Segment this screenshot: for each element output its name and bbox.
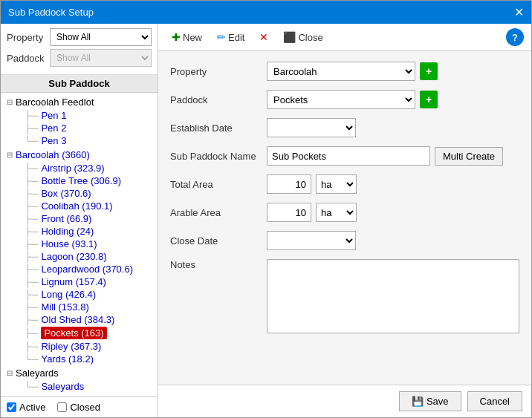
list-item[interactable]: ├─ Pen 1 bbox=[1, 109, 158, 122]
paddock-form-select[interactable]: Pockets bbox=[267, 90, 415, 109]
delete-button[interactable]: ✕ bbox=[253, 29, 274, 45]
tree-item-label: Ripley (367.3) bbox=[41, 341, 101, 352]
list-item[interactable]: ├─ House (93.1) bbox=[1, 238, 158, 250]
paddock-control-wrap: Pockets + bbox=[267, 90, 438, 109]
paddock-add-button[interactable]: + bbox=[420, 91, 438, 108]
list-item[interactable]: ├─ Lignum (157.4) bbox=[1, 275, 158, 288]
tree-group-feedlot-header[interactable]: ⊟ Barcoolah Feedlot bbox=[1, 94, 158, 109]
total-area-input[interactable] bbox=[267, 174, 311, 194]
saleyards-children: └─ Saleyards bbox=[1, 380, 158, 393]
list-item[interactable]: ├─ Pen 2 bbox=[1, 122, 158, 134]
paddock-add-icon: + bbox=[426, 94, 432, 105]
save-button[interactable]: 💾 Save bbox=[399, 391, 461, 411]
list-item[interactable]: ├─ Mill (153.8) bbox=[1, 301, 158, 313]
property-add-icon: + bbox=[426, 65, 432, 77]
tree-item-label: Pen 3 bbox=[41, 135, 66, 146]
footer: 💾 Save Cancel bbox=[158, 385, 531, 417]
tree-item-label: Bottle Tree (306.9) bbox=[41, 175, 121, 186]
cancel-button[interactable]: Cancel bbox=[467, 391, 522, 411]
tree-item-label: Box (370.6) bbox=[41, 188, 91, 199]
property-form-row: Property Barcoolah + bbox=[170, 62, 519, 81]
list-item-selected[interactable]: ├─ Pockets (163) bbox=[1, 326, 158, 340]
list-item[interactable]: ├─ Holding (24) bbox=[1, 225, 158, 238]
active-label: Active bbox=[19, 402, 45, 413]
arable-area-input[interactable] bbox=[267, 203, 311, 222]
tree-item-label: Holding (24) bbox=[41, 226, 94, 237]
sub-paddock-header: Sub Paddock bbox=[1, 75, 158, 93]
tree-group-barcoolah: ⊟ Barcoolah (3660) ├─ Airstrip (323.9) ├… bbox=[1, 147, 158, 365]
list-item[interactable]: ├─ Coolibah (190.1) bbox=[1, 200, 158, 212]
main-content: Property Show All Paddock Show All Sub P… bbox=[1, 24, 531, 417]
tree-item-label: Lignum (157.4) bbox=[41, 276, 106, 287]
toolbar: ✚ New ✏ Edit ✕ ⬛ Close ? bbox=[158, 24, 531, 51]
list-item[interactable]: └─ Pen 3 bbox=[1, 134, 158, 147]
sub-paddock-name-control-wrap: Multi Create bbox=[267, 146, 503, 166]
establish-date-label: Establish Date bbox=[170, 123, 267, 134]
barcoolah-children: ├─ Airstrip (323.9) ├─ Bottle Tree (306.… bbox=[1, 162, 158, 365]
tree-group-saleyards: ⊟ Saleyards └─ Saleyards bbox=[1, 365, 158, 393]
tree-item-label: Front (66.9) bbox=[41, 213, 91, 224]
list-item[interactable]: ├─ Airstrip (323.9) bbox=[1, 162, 158, 174]
close-label: Close bbox=[298, 32, 322, 43]
sub-paddock-name-input[interactable] bbox=[267, 146, 430, 166]
active-checkbox-label[interactable]: Active bbox=[7, 402, 45, 413]
form-area: Property Barcoolah + Paddock bbox=[158, 51, 531, 385]
new-icon: ✚ bbox=[172, 31, 181, 43]
list-item[interactable]: ├─ Leopardwood (370.6) bbox=[1, 263, 158, 275]
list-item[interactable]: └─ Yards (18.2) bbox=[1, 353, 158, 365]
total-area-unit-select[interactable]: ha ac bbox=[316, 174, 357, 194]
list-item[interactable]: ├─ Front (66.9) bbox=[1, 212, 158, 225]
list-item[interactable]: ├─ Lagoon (230.8) bbox=[1, 250, 158, 263]
tree-group-saleyards-header[interactable]: ⊟ Saleyards bbox=[1, 365, 158, 380]
tree-item-label: Mill (153.8) bbox=[41, 301, 88, 313]
notes-textarea[interactable] bbox=[267, 259, 519, 333]
filter-area: Property Show All Paddock Show All bbox=[1, 24, 158, 75]
help-button[interactable]: ? bbox=[506, 28, 524, 46]
list-item[interactable]: ├─ Ripley (367.3) bbox=[1, 340, 158, 353]
tree-group-barcoolah-header[interactable]: ⊟ Barcoolah (3660) bbox=[1, 147, 158, 162]
list-item[interactable]: ├─ Bottle Tree (306.9) bbox=[1, 174, 158, 187]
list-item[interactable]: └─ Saleyards bbox=[1, 380, 158, 393]
cancel-label: Cancel bbox=[480, 396, 510, 407]
property-add-button[interactable]: + bbox=[420, 62, 438, 80]
closed-checkbox[interactable] bbox=[57, 402, 67, 412]
active-checkbox[interactable] bbox=[7, 402, 16, 412]
establish-date-select[interactable] bbox=[267, 118, 356, 137]
save-label: Save bbox=[426, 396, 449, 407]
property-control-wrap: Barcoolah + bbox=[267, 62, 438, 81]
edit-button[interactable]: ✏ Edit bbox=[211, 29, 250, 45]
collapse-icon-saleyards[interactable]: ⊟ bbox=[4, 367, 16, 379]
paddock-label: Paddock bbox=[7, 53, 50, 64]
saleyards-label: Saleyards bbox=[16, 368, 59, 379]
property-filter-row: Property Show All bbox=[7, 28, 152, 46]
new-button[interactable]: ✚ New bbox=[166, 29, 208, 45]
close-date-select[interactable] bbox=[267, 231, 356, 250]
tree-area[interactable]: ⊟ Barcoolah Feedlot ├─ Pen 1 ├─ Pen 2 bbox=[1, 93, 158, 396]
total-area-control-wrap: ha ac bbox=[267, 174, 357, 194]
property-select[interactable]: Show All bbox=[50, 28, 152, 46]
collapse-icon-barcoolah[interactable]: ⊟ bbox=[4, 148, 16, 160]
notes-row: Notes bbox=[170, 259, 519, 333]
multi-create-button[interactable]: Multi Create bbox=[435, 147, 503, 166]
arable-area-row: Arable Area ha ac bbox=[170, 203, 519, 222]
paddock-select[interactable]: Show All bbox=[50, 49, 152, 67]
property-form-label: Property bbox=[170, 66, 267, 77]
closed-checkbox-label[interactable]: Closed bbox=[57, 402, 100, 413]
list-item[interactable]: ├─ Long (426.4) bbox=[1, 288, 158, 301]
total-area-label: Total Area bbox=[170, 179, 267, 190]
close-button[interactable]: ⬛ Close bbox=[277, 29, 328, 45]
save-icon: 💾 bbox=[412, 396, 424, 407]
tree-item-label: Old Shed (384.3) bbox=[41, 314, 114, 325]
list-item[interactable]: ├─ Box (370.6) bbox=[1, 187, 158, 200]
list-item[interactable]: ├─ Old Shed (384.3) bbox=[1, 313, 158, 326]
close-date-label: Close Date bbox=[170, 235, 267, 246]
close-date-row: Close Date bbox=[170, 231, 519, 250]
feedlot-children: ├─ Pen 1 ├─ Pen 2 └─ Pen 3 bbox=[1, 109, 158, 147]
tree-item-label: House (93.1) bbox=[41, 238, 97, 249]
sub-paddock-name-row: Sub Paddock Name Multi Create bbox=[170, 146, 519, 166]
property-form-select[interactable]: Barcoolah bbox=[267, 62, 415, 81]
arable-area-unit-select[interactable]: ha ac bbox=[316, 203, 357, 222]
edit-icon: ✏ bbox=[217, 31, 226, 43]
window-close-button[interactable]: ✕ bbox=[514, 5, 524, 19]
collapse-icon-feedlot[interactable]: ⊟ bbox=[4, 96, 16, 108]
